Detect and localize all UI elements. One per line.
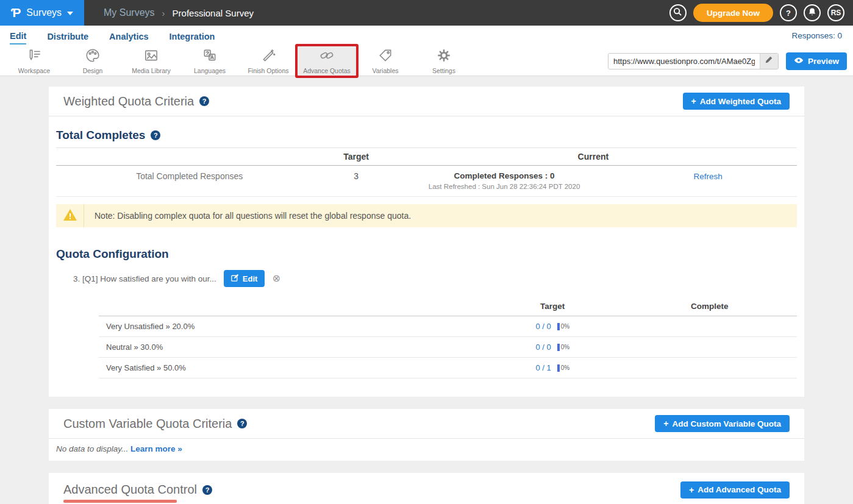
total-completes-table-head: Target Current	[56, 148, 797, 166]
completed-responses-value: Completed Responses : 0	[390, 171, 619, 180]
search-button[interactable]	[669, 4, 687, 21]
chevron-down-icon	[67, 12, 73, 15]
breadcrumb-separator: ›	[162, 8, 165, 18]
tab-edit[interactable]: Edit	[10, 27, 26, 44]
toolbar-item-media-library[interactable]: Media Library	[122, 46, 180, 76]
column-target: Target	[323, 152, 389, 161]
toolbar-item-workspace[interactable]: Workspace	[5, 46, 63, 76]
pencil-icon	[765, 55, 773, 66]
avatar[interactable]: RS	[827, 4, 844, 21]
toolbar-label: Workspace	[18, 67, 50, 74]
magic-wand-icon	[260, 48, 276, 66]
toolbar-item-settings[interactable]: Settings	[415, 46, 473, 76]
warning-icon	[63, 208, 77, 224]
toolbar-label: Finish Options	[248, 67, 288, 74]
breadcrumb-my-surveys[interactable]: My Surveys	[104, 7, 155, 18]
quota-configuration-title-text: Quota Configuration	[56, 247, 169, 261]
topbar-actions: Upgrade Now ? RS	[669, 0, 844, 26]
advanced-quota-title-text: Advanced Quota Control	[63, 483, 197, 497]
target-value: 3	[323, 171, 389, 181]
custom-variable-header: Custom Variable Quota Criteria ? + Add C…	[49, 409, 804, 439]
survey-url-input[interactable]	[609, 54, 760, 69]
custom-variable-empty-state: No data to display... Learn more »	[49, 439, 804, 461]
edit-toolbar: Workspace Design Media Library Languages…	[0, 46, 853, 76]
progress-bar	[557, 364, 560, 372]
palette-icon	[85, 48, 101, 66]
progress-indicator: 0%	[557, 323, 569, 330]
total-completes-title-text: Total Completes	[56, 129, 145, 142]
bell-icon	[808, 7, 816, 18]
progress-percent: 0%	[561, 364, 569, 371]
upgrade-now-button[interactable]: Upgrade Now	[693, 4, 773, 22]
tab-integration[interactable]: Integration	[170, 28, 215, 44]
plus-icon: +	[663, 419, 668, 428]
chain-link-icon	[319, 48, 335, 66]
total-completes-title: Total Completes ?	[56, 116, 797, 142]
remove-quota-icon[interactable]: ⊗	[272, 274, 280, 283]
advanced-quota-title: Advanced Quota Control ?	[63, 483, 212, 497]
survey-url-field	[608, 53, 779, 69]
current-cell: Completed Responses : 0 Last Refreshed :…	[390, 171, 619, 190]
preview-label: Preview	[808, 57, 839, 66]
advanced-quota-header: Advanced Quota Control ? + Add Advanced …	[49, 473, 804, 504]
column-spacer	[56, 152, 323, 161]
add-custom-variable-quota-button[interactable]: + Add Custom Variable Quota	[655, 415, 790, 432]
quota-question-row: 3. [Q1] How satisfied are you with our..…	[73, 270, 797, 287]
target-value: 0 / 0	[535, 343, 551, 352]
add-custom-variable-quota-label: Add Custom Variable Quota	[672, 419, 781, 428]
quota-config-table-head: Target Complete	[99, 297, 797, 316]
progress-percent: 0%	[561, 344, 569, 350]
custom-variable-quota-card: Custom Variable Quota Criteria ? + Add C…	[49, 409, 804, 461]
quota-config-table: Target Complete Very Unsatisfied » 20.0%…	[99, 297, 797, 378]
refresh-link[interactable]: Refresh	[694, 172, 723, 181]
gear-icon	[436, 48, 452, 66]
breadcrumb: My Surveys › Professional Survey	[104, 7, 254, 18]
breadcrumb-current-survey: Professional Survey	[173, 8, 254, 18]
refresh-cell: Refresh	[619, 171, 797, 181]
progress-bar	[557, 344, 560, 351]
tag-icon	[377, 48, 393, 66]
toolbar-item-advance-quotas[interactable]: Advance Quotas	[298, 46, 356, 76]
notifications-button[interactable]	[804, 4, 821, 21]
help-icon[interactable]: ?	[202, 485, 212, 495]
progress-percent: 0%	[561, 323, 569, 330]
toolbar-item-variables[interactable]: Variables	[356, 46, 415, 76]
target-cell: 0 / 0 0%	[483, 343, 623, 352]
edit-label: Edit	[243, 274, 258, 283]
note-icon-cell	[56, 204, 84, 227]
responses-count: Responses: 0	[791, 31, 842, 40]
note-text: Note: Disabling complex quota for all qu…	[84, 204, 411, 227]
help-icon[interactable]: ?	[199, 96, 209, 106]
table-row: Very Satisfied » 50.0% 0 / 1 0%	[99, 358, 797, 378]
quota-configuration-title: Quota Configuration	[56, 236, 797, 261]
target-value: 0 / 0	[535, 322, 551, 331]
search-icon	[673, 7, 682, 18]
help-icon[interactable]: ?	[237, 419, 247, 428]
product-switcher[interactable]: Ƥ Surveys	[0, 0, 84, 26]
add-advanced-quota-label: Add Advanced Quota	[698, 485, 781, 494]
tab-distribute[interactable]: Distribute	[47, 28, 88, 44]
tab-analytics[interactable]: Analytics	[109, 28, 148, 44]
preview-button[interactable]: Preview	[786, 52, 847, 70]
add-weighted-quota-button[interactable]: + Add Weighted Quota	[683, 93, 790, 110]
help-button[interactable]: ?	[780, 4, 797, 21]
toolbar-item-languages[interactable]: Languages	[180, 46, 239, 76]
edit-quota-button[interactable]: Edit	[224, 270, 265, 287]
add-advanced-quota-button[interactable]: + Add Advanced Quota	[680, 481, 790, 499]
target-value: 0 / 1	[535, 363, 551, 372]
edit-url-button[interactable]	[760, 54, 778, 69]
total-completes-table: Target Current Total Completed Responses…	[56, 147, 797, 197]
target-cell: 0 / 0 0%	[483, 322, 623, 331]
toolbar-label: Design	[83, 67, 103, 74]
toolbar-item-design[interactable]: Design	[63, 46, 122, 76]
toolbar-item-finish-options[interactable]: Finish Options	[239, 46, 298, 76]
progress-bar	[557, 323, 560, 330]
answer-label: Neutral » 30.0%	[99, 343, 483, 352]
survey-nav: Edit Distribute Analytics Integration Re…	[0, 26, 853, 46]
weighted-quota-header: Weighted Quota Criteria ? + Add Weighted…	[49, 87, 804, 116]
quota-question-label: 3. [Q1] How satisfied are you with our..…	[73, 274, 216, 283]
help-icon[interactable]: ?	[151, 130, 160, 140]
target-cell: 0 / 1 0%	[483, 363, 623, 372]
learn-more-link[interactable]: Learn more »	[130, 444, 182, 453]
total-completed-responses-label: Total Completed Responses	[56, 171, 323, 181]
